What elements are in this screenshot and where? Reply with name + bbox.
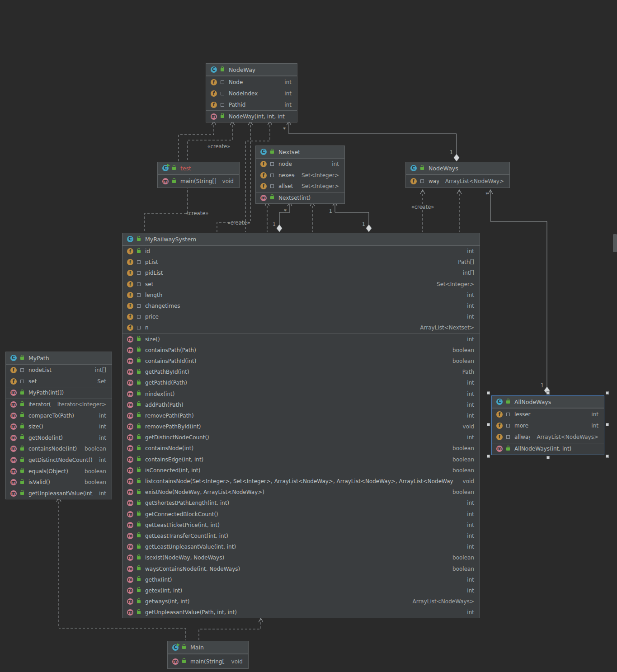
member-section: mNodeWay(int, int, int): [206, 110, 297, 122]
method-row: mgetPathById(int)Path: [122, 367, 480, 377]
method-row: mgetPathId(Path)int: [122, 377, 480, 388]
selection-handle[interactable]: [487, 391, 490, 395]
class-box-nodeways[interactable]: CNodeWaysfwayArrayList<NodeWay>: [405, 162, 510, 188]
dependency-edge: «create»: [179, 121, 230, 161]
member-name: containsNode(int): [28, 446, 77, 452]
member-name: listcontainsNode(Set<Integer>, Set<Integ…: [145, 478, 453, 484]
class-box-test[interactable]: Ctestmmain(String[])void: [157, 162, 240, 188]
visibility-icon: [137, 348, 141, 352]
member-name: main(String[]): [190, 658, 225, 665]
selection-handle[interactable]: [606, 391, 609, 395]
method-row: mremovePath(Path)int: [122, 410, 480, 421]
visibility-icon: [137, 359, 141, 362]
class-box-nextset[interactable]: CNextsetfnodeintfnexesetSet<Integer>fall…: [255, 146, 345, 204]
visibility-icon: [137, 491, 141, 494]
selection-handle[interactable]: [487, 455, 490, 458]
class-box-myrailwaysystem[interactable]: CMyRailwaySystemfidintfpListPath[]fpidLi…: [122, 233, 480, 618]
member-section: fNodeintfNodeIndexintfPathidint: [206, 76, 297, 110]
class-name: Main: [190, 644, 204, 651]
member-name: getLeastTicketPrice(int, int): [145, 522, 220, 528]
multiplicity-label: 1: [273, 221, 276, 227]
class-box-allnodeways[interactable]: CAllNodeWaysflesserintfmoreintfallwaysAr…: [491, 395, 604, 455]
member-type: int: [93, 490, 106, 497]
class-name: MyRailwaySystem: [145, 236, 196, 243]
member-name: getNode(int): [28, 435, 63, 441]
method-icon: m: [172, 658, 179, 665]
member-type: int: [461, 402, 474, 408]
method-icon: m: [127, 402, 133, 408]
uml-diagram-canvas[interactable]: «create»«create»«create»*1*111«create»*1…: [0, 0, 617, 672]
visibility-icon: [270, 162, 274, 166]
class-header: CNodeWay: [206, 64, 297, 76]
method-icon: m: [127, 391, 133, 397]
visibility-icon: [137, 315, 141, 319]
visibility-icon: [137, 414, 141, 417]
selection-handle[interactable]: [606, 455, 609, 458]
method-icon: m: [127, 511, 133, 517]
visibility-icon: [137, 447, 141, 450]
visibility-icon: [270, 150, 274, 154]
selection-handle[interactable]: [606, 423, 609, 426]
selection-handle[interactable]: [546, 456, 550, 459]
member-type: int: [461, 314, 474, 320]
method-icon: m: [10, 468, 17, 475]
member-name: getex(int, int): [145, 587, 182, 594]
member-section: mmain(String[])void: [168, 654, 248, 668]
selection-handle[interactable]: [546, 391, 550, 395]
class-box-mypath[interactable]: CMyPathfnodeListint[]fsetSetmMyPath(int[…: [5, 352, 112, 499]
method-icon: m: [127, 555, 133, 561]
method-icon: m: [127, 598, 133, 605]
member-section: fidintfpListPath[]fpidListint[]fsetSet<I…: [122, 245, 480, 334]
method-row: mmain(String[])void: [168, 654, 248, 668]
field-icon: f: [127, 324, 133, 331]
visibility-icon: [420, 179, 424, 183]
class-header: CNodeWays: [406, 162, 509, 174]
method-icon: m: [127, 609, 133, 616]
vertical-scrollbar-thumb[interactable]: [613, 234, 617, 252]
visibility-icon: [137, 458, 141, 461]
class-box-nodeway[interactable]: CNodeWayfNodeintfNodeIndexintfPathidintm…: [206, 63, 297, 122]
visibility-icon: [20, 481, 24, 484]
method-row: mgetUnpleasantValue(int)int: [6, 488, 112, 499]
member-name: NodeIndex: [229, 90, 258, 97]
method-row: mAllNodeWays(int, int): [492, 443, 604, 455]
method-icon: m: [127, 369, 133, 375]
member-name: waysContainsNode(int, NodeWays): [145, 566, 240, 572]
member-name: Node: [229, 79, 243, 85]
selection-handle[interactable]: [487, 423, 490, 426]
field-icon: f: [496, 434, 503, 440]
create-label: «create»: [207, 143, 231, 150]
member-name: isConnected(int, int): [145, 467, 200, 474]
method-row: msize()int: [6, 421, 112, 432]
method-row: mmain(String[])void: [158, 175, 239, 188]
member-name: iterator(): [28, 401, 51, 408]
method-row: mgetUnpleasantValue(Path, int, int)int: [122, 607, 480, 618]
method-row: mNextset(int): [256, 193, 344, 204]
visibility-icon: [137, 304, 141, 308]
class-header: CNextset: [256, 146, 344, 158]
visibility-icon: [221, 68, 224, 71]
method-row: mgetDistinctNodeCount()int: [122, 432, 480, 443]
member-name: getways(int, int): [145, 598, 190, 605]
member-type: int[]: [457, 270, 474, 276]
class-header: CAllNodeWays: [492, 396, 604, 408]
visibility-icon: [221, 80, 224, 84]
run-icon: [167, 164, 170, 167]
dependency-edge: «create»: [411, 190, 434, 232]
class-box-main[interactable]: CMainmmain(String[])void: [167, 641, 249, 669]
member-type: Path[]: [452, 259, 474, 265]
dependency-edge: [310, 202, 315, 232]
member-name: set: [145, 281, 153, 287]
run-icon: [177, 643, 180, 647]
visibility-icon: [137, 600, 141, 603]
visibility-icon: [137, 271, 141, 275]
member-name: removePath(Path): [145, 413, 194, 419]
member-type: ArrayList<NodeWay>: [439, 178, 504, 184]
member-name: equals(Object): [28, 468, 68, 475]
method-row: mgetConnectedBlockCount()int: [122, 509, 480, 520]
multiplicity-label: 1: [541, 382, 544, 389]
member-type: int: [461, 380, 474, 386]
method-row: mMyPath(int[]): [6, 387, 112, 399]
method-row: mnindex(int)int: [122, 388, 480, 399]
method-icon: m: [260, 195, 267, 201]
